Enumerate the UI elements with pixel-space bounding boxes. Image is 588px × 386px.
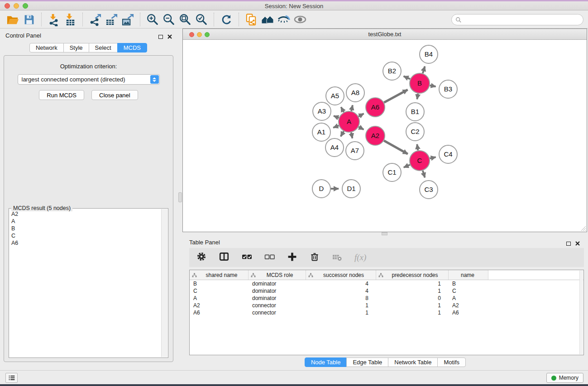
graph-edge-A2-C[interactable] [384,141,408,154]
import-table-button[interactable] [62,12,78,27]
delete-column-button[interactable] [310,252,320,263]
run-mcds-button[interactable]: Run MCDS [39,90,84,100]
main-toolbar [0,11,588,29]
show-all-button[interactable] [292,12,308,27]
toolbar-separator [41,13,42,26]
task-history-button[interactable] [5,373,18,383]
close-panel-button-2[interactable]: Close panel [91,90,138,100]
graph-edge-B-B4[interactable] [423,67,425,73]
float-panel-button[interactable] [158,33,163,41]
graph-node-label-A6: A6 [371,103,379,111]
graph-node-label-A4: A4 [330,143,339,151]
zoom-selected-button[interactable] [193,12,210,27]
delete-table-button-disabled [332,252,342,264]
open-session-button[interactable] [5,12,21,27]
column-header-successor-nodes[interactable]: successor nodes [306,270,376,280]
zoom-fit-icon [179,13,191,26]
table-header-row: shared nameMCDS rolesuccessor nodesprede… [190,270,583,280]
search-box[interactable] [451,14,583,25]
show-column-button[interactable] [219,251,229,264]
column-header-mcds-role[interactable]: MCDS role [249,270,306,280]
graph-edge-C-C3[interactable] [423,171,425,177]
network-window-titlebar[interactable]: testGlobe.txt [183,29,587,40]
column-header-predecessor-nodes[interactable]: predecessor nodes [376,270,449,280]
export-network-button[interactable] [87,12,103,27]
select-all-columns-button[interactable] [242,252,252,264]
clone-network-button[interactable] [243,12,259,27]
tab-node-table[interactable]: Node Table [305,357,347,367]
home-layout-button[interactable] [259,12,276,27]
table-row[interactable]: Bdominator41B [190,280,583,287]
search-input[interactable] [464,16,583,23]
graph-edge-A-A6[interactable] [359,114,364,116]
graph-edge-A-A4[interactable] [341,131,344,137]
graph-edge-A-A1[interactable] [333,126,339,128]
graph-edge-B-B1[interactable] [417,94,418,100]
column-header-name[interactable]: name [449,270,488,280]
graph-edge-C-C4[interactable] [430,157,436,158]
dropdown-stepper-icon [150,75,159,84]
create-column-button[interactable] [287,252,297,264]
cell-predecessor-nodes: 0 [376,295,449,301]
refresh-button[interactable] [218,12,234,27]
cell-predecessor-nodes: 1 [376,302,449,309]
mcds-result-item[interactable]: C [11,232,161,239]
tab-motifs[interactable]: Motifs [437,357,466,367]
resize-grip-icon[interactable] [581,226,586,231]
table-row[interactable]: Adominator80A [190,295,583,302]
tab-mcds[interactable]: MCDS [117,43,147,52]
cell-successor-nodes: 4 [306,281,376,287]
hide-selected-button[interactable] [276,12,292,27]
zoom-out-button[interactable] [161,12,177,27]
graph-node-label-C2: C2 [411,128,419,135]
graph-edge-B-B2[interactable] [404,76,410,79]
zoom-fit-button[interactable] [177,12,193,27]
export-image-button[interactable] [120,12,136,27]
graph-edge-A-A7[interactable] [351,133,353,138]
table-row[interactable]: A2connector11A2 [190,302,583,309]
cell-name: A6 [449,310,488,316]
mac-titlebar: Session: New Session [0,1,588,10]
graph-edge-A6-B[interactable] [384,90,407,102]
float-panel-button[interactable] [566,239,571,248]
tab-select[interactable]: Select [89,43,118,52]
vertical-split-handle[interactable] [178,192,182,202]
tab-network-table[interactable]: Network Table [388,357,438,367]
close-panel-button[interactable] [167,33,172,41]
zoom-out-icon [163,13,175,26]
mcds-result-item[interactable]: A2 [11,210,161,218]
graph-edge-A-A8[interactable] [351,105,353,111]
table-row[interactable]: Cdominator41C [190,287,583,295]
mcds-result-item[interactable]: A [11,218,161,225]
mcds-result-item[interactable]: B [11,225,161,232]
table-scrollbar[interactable] [579,271,583,354]
zoom-in-button[interactable] [144,12,161,27]
memory-button[interactable]: Memory [546,373,583,383]
save-session-button[interactable] [21,12,37,27]
result-scrollbar[interactable] [161,209,167,357]
tab-network[interactable]: Network [29,43,64,52]
network-canvas[interactable]: AA1A3A5A8A4A7A6A2BB1B2B3B4CC1C2C3C4DD1 [183,40,587,232]
unselect-all-columns-button[interactable] [264,252,275,264]
graph-edge-A-A5[interactable] [341,107,344,112]
import-network-button[interactable] [46,12,62,27]
column-header-shared-name[interactable]: shared name [190,270,249,280]
export-table-button[interactable] [103,12,120,27]
graph-node-label-A3: A3 [318,107,326,115]
graph-edge-A-A2[interactable] [359,127,363,129]
graph-edge-B-B3[interactable] [430,86,436,87]
graph-node-label-C1: C1 [387,168,396,176]
tab-style[interactable]: Style [63,43,89,52]
cell-successor-nodes: 1 [306,302,376,309]
graph-edge-A-A3[interactable] [334,116,339,118]
criterion-dropdown[interactable]: largest connected component (directed) [18,74,160,85]
mcds-result-item[interactable]: A6 [11,239,161,247]
table-settings-button[interactable] [196,252,206,263]
cell-mcds-role: dominator [249,295,306,301]
table-row[interactable]: A6connector11A6 [190,309,583,316]
tab-edge-table[interactable]: Edge Table [346,357,388,367]
graph-edge-C-C2[interactable] [417,144,418,151]
graph-edge-C-C1[interactable] [404,165,410,167]
horizontal-split-handle[interactable] [382,232,387,235]
close-panel-button[interactable] [575,239,580,248]
